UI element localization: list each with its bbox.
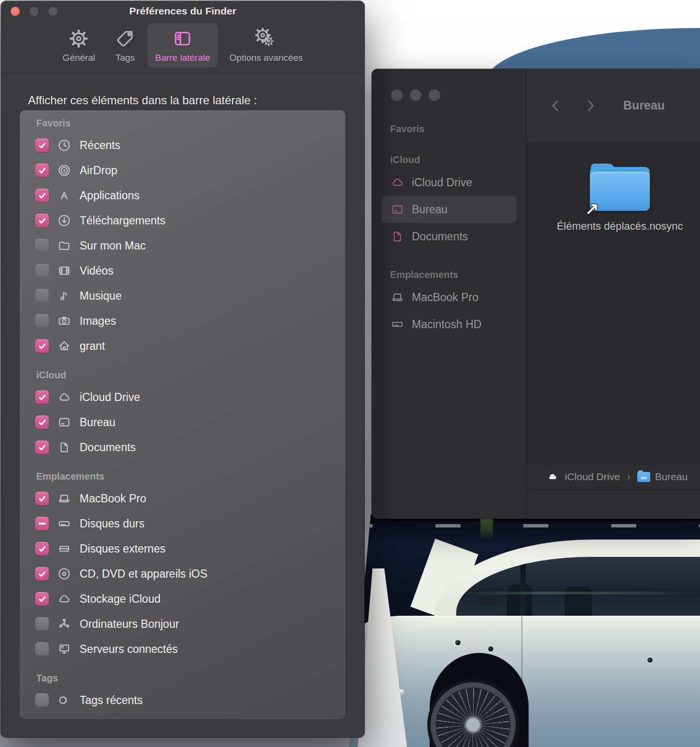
server-icon (57, 642, 71, 656)
section-header-tags: Tags (36, 673, 345, 684)
option-row-serveurs-connectes[interactable]: Serveurs connectés (20, 636, 345, 662)
file-item-folder[interactable]: ↗ Éléments déplacés.nosync (555, 164, 685, 234)
option-checkbox[interactable] (35, 189, 49, 202)
tag-icon (114, 28, 136, 49)
bullet-hole (647, 657, 653, 663)
option-checkbox[interactable] (35, 289, 49, 303)
option-checkbox[interactable] (35, 517, 49, 530)
option-checkbox[interactable] (35, 138, 49, 152)
film-icon (57, 263, 71, 278)
tab-label: Général (63, 53, 96, 63)
option-checkbox[interactable] (35, 264, 49, 277)
cd-icon (57, 567, 71, 581)
sidebar-section-icloud: iCloud (390, 154, 526, 166)
close-button[interactable] (11, 7, 20, 16)
option-checkbox[interactable] (35, 592, 49, 606)
desktop-icon (57, 415, 71, 429)
forward-button[interactable] (583, 98, 598, 113)
option-checkbox[interactable] (35, 693, 49, 707)
window-controls (11, 7, 57, 16)
option-row-grant[interactable]: grant (20, 333, 345, 359)
option-checkbox[interactable] (35, 314, 49, 328)
car-mirror (478, 595, 499, 606)
path-label: iCloud Drive (565, 471, 620, 483)
status-bar (527, 489, 700, 519)
option-checkbox[interactable] (35, 390, 49, 404)
option-checkbox[interactable] (35, 339, 49, 353)
sidebar-item-bureau[interactable]: Bureau (381, 196, 517, 223)
option-row-sur-mon-mac[interactable]: Sur mon Mac (20, 233, 345, 258)
close-button[interactable] (391, 89, 403, 101)
section-header-emplacements: Emplacements (36, 471, 345, 483)
option-checkbox[interactable] (35, 542, 49, 555)
option-row-recents[interactable]: Récents (20, 133, 345, 158)
option-label: Documents (80, 441, 136, 454)
sidebar-item-label: Macintosh HD (412, 318, 481, 331)
option-checkbox[interactable] (35, 239, 49, 252)
option-checkbox[interactable] (35, 214, 49, 227)
sidebar-item-documents[interactable]: Documents (381, 223, 517, 250)
back-button[interactable] (548, 98, 563, 113)
option-checkbox[interactable] (35, 441, 49, 454)
option-row-images[interactable]: Images (20, 308, 345, 333)
cloud-icon (57, 390, 71, 404)
sidebar-item-macintosh-hd[interactable]: Macintosh HD (381, 311, 517, 338)
tab-label: Options avancées (229, 53, 303, 63)
car-b-pillar (520, 557, 526, 616)
option-row-documents[interactable]: Documents (20, 435, 345, 460)
option-checkbox[interactable] (35, 617, 49, 631)
document-icon (390, 229, 405, 244)
option-row-disques-durs[interactable]: Disques durs (20, 511, 345, 536)
option-row-icloud-drive[interactable]: iCloud Drive (20, 385, 345, 410)
sidebar-options-heading: Afficher ces éléments dans la barre laté… (28, 94, 257, 107)
option-checkbox[interactable] (35, 642, 49, 656)
option-row-applications[interactable]: Applications (20, 183, 345, 208)
option-checkbox[interactable] (35, 492, 49, 505)
bonjour-icon (57, 617, 71, 631)
tab-general[interactable]: Général (55, 23, 103, 68)
option-row-stockage-icloud[interactable]: Stockage iCloud (20, 586, 345, 611)
option-checkbox[interactable] (35, 164, 49, 177)
tab-tags[interactable]: Tags (107, 23, 143, 68)
option-row-bureau[interactable]: Bureau (20, 410, 345, 435)
titlebar[interactable]: Préférences du Finder (1, 1, 364, 21)
minimize-button[interactable] (29, 7, 39, 16)
cloud-icon (57, 592, 71, 606)
sidebar-item-macbook-pro[interactable]: MacBook Pro (381, 284, 517, 311)
zoom-button[interactable] (429, 89, 440, 101)
option-label: Récents (80, 139, 120, 152)
folder-small-icon (637, 472, 650, 482)
option-row-macbook-pro[interactable]: MacBook Pro (20, 486, 345, 511)
option-row-airdrop[interactable]: AirDrop (20, 158, 345, 183)
sidebar-options-list: FavorisRécentsAirDropApplicationsTélécha… (20, 111, 345, 719)
tab-barre-laterale[interactable]: Barre latérale (147, 23, 218, 68)
sidebar-item-icloud-drive[interactable]: iCloud Drive (381, 169, 517, 196)
option-row-telechargements[interactable]: Téléchargements (20, 208, 345, 233)
option-row-ordinateurs-bonjour[interactable]: Ordinateurs Bonjour (20, 611, 345, 636)
finder-main: Bureau ↗ Éléments déplacés.nosync iCloud… (527, 69, 700, 519)
chevron-left-icon (548, 98, 563, 113)
path-segment-icloud-drive[interactable]: iCloud Drive (545, 471, 620, 483)
finder-content-area[interactable]: ↗ Éléments déplacés.nosync (527, 142, 700, 464)
option-label: CD, DVD et appareils iOS (80, 567, 208, 581)
option-checkbox[interactable] (35, 415, 49, 429)
option-checkbox[interactable] (35, 567, 49, 581)
minimize-button[interactable] (410, 89, 421, 101)
option-row-cd-dvd-et-appareils-ios[interactable]: CD, DVD et appareils iOS (20, 561, 345, 586)
option-row-tags-recents[interactable]: Tags récents (20, 688, 345, 713)
path-separator: › (627, 470, 630, 483)
option-row-disques-externes[interactable]: Disques externes (20, 536, 345, 561)
option-label: Sur mon Mac (80, 239, 146, 252)
tab-options-avancees[interactable]: Options avancées (222, 23, 310, 68)
window-title: Préférences du Finder (129, 5, 237, 17)
path-segment-bureau[interactable]: Bureau (637, 471, 688, 483)
option-label: Téléchargements (80, 214, 166, 227)
option-row-musique[interactable]: Musique (20, 283, 345, 308)
zoom-button[interactable] (48, 7, 57, 16)
window-controls (391, 89, 440, 101)
car-seat (565, 587, 592, 616)
option-label: MacBook Pro (80, 492, 146, 505)
option-row-videos[interactable]: Vidéos (20, 258, 345, 283)
sidebar-section-favoris: Favoris (390, 124, 526, 135)
tab-label: Tags (115, 53, 135, 63)
